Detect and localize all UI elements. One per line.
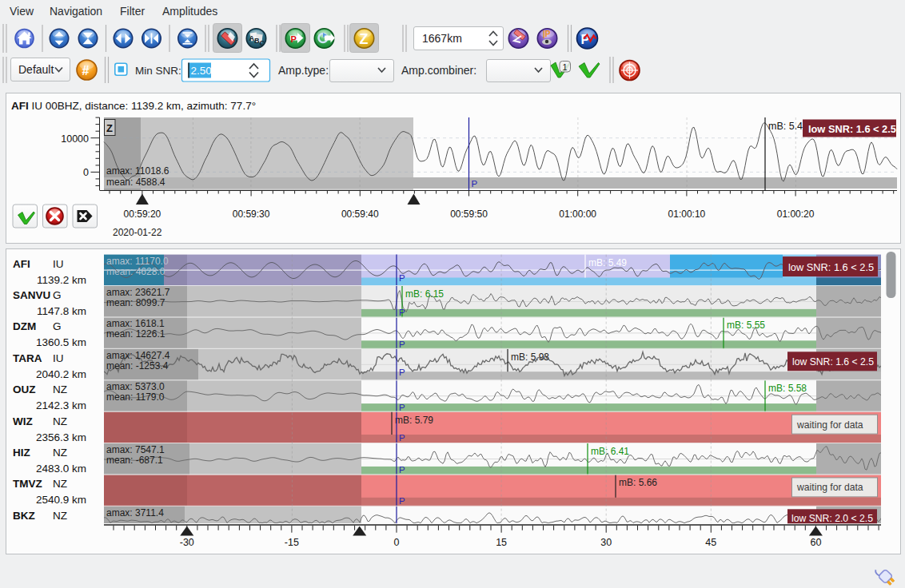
svg-text:P: P bbox=[399, 308, 405, 317]
svg-text:amax: 7547.1: amax: 7547.1 bbox=[106, 444, 165, 455]
svg-text:SANVU: SANVU bbox=[13, 289, 50, 301]
svg-text:mB: 5.55: mB: 5.55 bbox=[727, 320, 765, 331]
svg-text:WIZ: WIZ bbox=[13, 415, 33, 427]
svg-text:00:59:20: 00:59:20 bbox=[124, 209, 161, 220]
svg-text:G: G bbox=[53, 289, 62, 301]
svg-text:low SNR: 1.6 < 2.5: low SNR: 1.6 < 2.5 bbox=[808, 123, 896, 135]
svg-text:HIZ: HIZ bbox=[13, 447, 30, 459]
svg-text:P: P bbox=[399, 433, 405, 443]
svg-text:Filter: Filter bbox=[120, 5, 145, 18]
svg-text:15: 15 bbox=[496, 537, 507, 548]
svg-text:AFI IU 00BHZ, distance: 1139.: AFI IU 00BHZ, distance: 1139.2 km, azimu… bbox=[11, 100, 256, 112]
svg-text:mean: 1226.1: mean: 1226.1 bbox=[106, 328, 165, 340]
svg-text:2040.2 km: 2040.2 km bbox=[36, 368, 86, 380]
svg-text:mean: -687.1: mean: -687.1 bbox=[106, 455, 163, 466]
svg-text:0: 0 bbox=[83, 167, 89, 178]
svg-text:IU: IU bbox=[53, 258, 64, 270]
svg-text:mean: 8099.7: mean: 8099.7 bbox=[106, 297, 165, 308]
svg-text:low SNR: 2.0 < 2.5: low SNR: 2.0 < 2.5 bbox=[791, 513, 873, 524]
svg-text:1147.8 km: 1147.8 km bbox=[37, 305, 86, 317]
svg-text:waiting for data: waiting for data bbox=[796, 419, 863, 431]
svg-text:00:59:50: 00:59:50 bbox=[450, 209, 488, 220]
svg-text:mean: 1179.0: mean: 1179.0 bbox=[106, 391, 165, 403]
svg-text:45: 45 bbox=[705, 537, 716, 548]
svg-text:1: 1 bbox=[563, 62, 568, 72]
svg-text:amax: 3711.4: amax: 3711.4 bbox=[106, 507, 164, 518]
svg-text:0: 0 bbox=[394, 537, 400, 548]
svg-text:2.50: 2.50 bbox=[191, 65, 212, 77]
svg-text:NZ: NZ bbox=[53, 478, 67, 490]
svg-text:mean: 4628.0: mean: 4628.0 bbox=[106, 266, 165, 277]
svg-text:mean: -1253.4: mean: -1253.4 bbox=[106, 360, 169, 371]
svg-text:Navigation: Navigation bbox=[50, 5, 102, 18]
svg-text:low SNR: 1.6 < 2.5: low SNR: 1.6 < 2.5 bbox=[788, 261, 874, 273]
svg-text:#: # bbox=[82, 64, 90, 77]
svg-text:NZ: NZ bbox=[53, 447, 67, 459]
svg-text:mB: 6.15: mB: 6.15 bbox=[405, 288, 444, 300]
svg-text:P: P bbox=[399, 496, 405, 506]
svg-text:P: P bbox=[399, 465, 405, 475]
svg-text:mB: 5.58: mB: 5.58 bbox=[768, 383, 807, 394]
svg-text:amax: 11018.6: amax: 11018.6 bbox=[106, 165, 169, 177]
svg-text:10000: 10000 bbox=[61, 133, 89, 145]
svg-text:mB: 5.49: mB: 5.49 bbox=[768, 121, 808, 132]
svg-text:2142.3 km: 2142.3 km bbox=[36, 399, 86, 411]
svg-text:01:00:10: 01:00:10 bbox=[668, 209, 706, 220]
svg-text:mean: 4588.4: mean: 4588.4 bbox=[106, 177, 165, 188]
svg-text:Amplitudes: Amplitudes bbox=[162, 5, 217, 18]
svg-text:P: P bbox=[399, 273, 405, 283]
svg-text:amax: 1618.1: amax: 1618.1 bbox=[106, 318, 165, 329]
svg-text:NZ: NZ bbox=[53, 415, 67, 427]
svg-text:TMVZ: TMVZ bbox=[13, 478, 42, 490]
svg-text:2020-01-22: 2020-01-22 bbox=[113, 227, 162, 238]
svg-text:mB: 6.41: mB: 6.41 bbox=[591, 446, 629, 457]
svg-text:low SNR: 1.6 < 2.5: low SNR: 1.6 < 2.5 bbox=[792, 356, 874, 368]
svg-text:mB: 5.79: mB: 5.79 bbox=[395, 415, 433, 426]
svg-text:60: 60 bbox=[810, 537, 821, 548]
svg-text:Min SNR:: Min SNR: bbox=[135, 65, 181, 77]
svg-text:1360.5 km: 1360.5 km bbox=[36, 336, 86, 348]
svg-text:2483.0 km: 2483.0 km bbox=[36, 463, 86, 475]
svg-text:Default: Default bbox=[18, 63, 54, 76]
svg-text:P: P bbox=[399, 340, 405, 349]
svg-text:IU: IU bbox=[53, 352, 64, 364]
svg-text:BKZ: BKZ bbox=[13, 510, 35, 522]
svg-text:mB: 5.49: mB: 5.49 bbox=[588, 257, 627, 268]
svg-text:01:00:20: 01:00:20 bbox=[777, 209, 815, 220]
svg-text:TARA: TARA bbox=[13, 352, 42, 364]
svg-text:00:59:40: 00:59:40 bbox=[341, 209, 379, 220]
svg-text:P: P bbox=[291, 34, 297, 44]
svg-text:Z: Z bbox=[360, 31, 369, 47]
svg-text:NZ: NZ bbox=[53, 510, 67, 522]
svg-text:-30: -30 bbox=[180, 537, 194, 548]
svg-text:C: C bbox=[260, 39, 265, 47]
svg-text:Z: Z bbox=[106, 122, 113, 134]
svg-text:P: P bbox=[581, 33, 590, 46]
svg-text:01:00:00: 01:00:00 bbox=[559, 209, 596, 220]
svg-text:amax: 23621.7: amax: 23621.7 bbox=[106, 287, 170, 298]
svg-text:00:59:30: 00:59:30 bbox=[233, 209, 270, 220]
svg-text:DZM: DZM bbox=[13, 320, 36, 332]
svg-text:-15: -15 bbox=[285, 537, 299, 548]
svg-text:Amp.type:: Amp.type: bbox=[278, 64, 329, 77]
svg-text:waiting for data: waiting for data bbox=[796, 482, 863, 493]
svg-text:|P: |P bbox=[543, 30, 551, 38]
svg-text:amax: 14627.4: amax: 14627.4 bbox=[106, 350, 170, 361]
svg-text:NZ: NZ bbox=[53, 383, 67, 395]
svg-text:30: 30 bbox=[600, 537, 612, 548]
svg-text:1667km: 1667km bbox=[422, 32, 462, 45]
svg-text:mB: 5.93: mB: 5.93 bbox=[511, 352, 549, 363]
svg-text:amax: 5373.0: amax: 5373.0 bbox=[106, 381, 165, 392]
svg-text:P: P bbox=[472, 179, 478, 189]
svg-text:View: View bbox=[10, 5, 34, 18]
svg-text:P: P bbox=[399, 368, 405, 377]
svg-text:OUZ: OUZ bbox=[13, 383, 36, 395]
svg-text:1139.2 km: 1139.2 km bbox=[37, 274, 86, 286]
svg-text:2540.9 km: 2540.9 km bbox=[36, 494, 86, 506]
svg-text:P: P bbox=[399, 403, 405, 412]
svg-text:mB: 5.66: mB: 5.66 bbox=[619, 477, 657, 488]
svg-text:Amp.combiner:: Amp.combiner: bbox=[401, 64, 476, 77]
svg-text:2356.3 km: 2356.3 km bbox=[36, 431, 86, 443]
svg-text:AFI: AFI bbox=[13, 258, 30, 270]
svg-text:G: G bbox=[53, 320, 62, 332]
